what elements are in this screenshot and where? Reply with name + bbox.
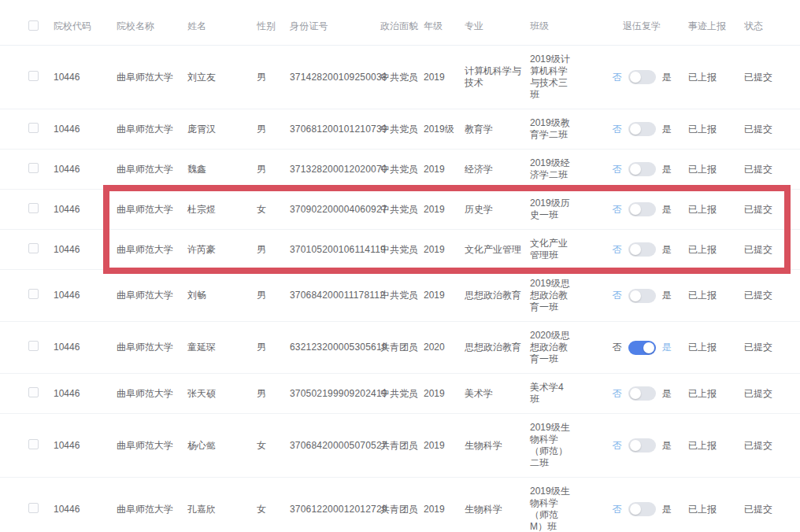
return-school-toggle[interactable] [628, 289, 656, 303]
row-checkbox[interactable] [28, 243, 39, 253]
cell-gender: 男 [257, 388, 266, 399]
table-row: 10446 曲阜师范大学 杜宗煜 女 370902200004060927 中共… [0, 190, 800, 230]
cell-code: 10446 [54, 124, 80, 135]
cell-major: 生物科学 [465, 504, 502, 515]
cell-status: 已提交 [744, 388, 772, 399]
return-school-toggle-group: 否 是 [613, 202, 672, 216]
cell-class: 2019级计算机科学与技术三班 [530, 54, 572, 101]
row-checkbox[interactable] [28, 203, 39, 213]
cell-deeds: 已上报 [688, 342, 717, 353]
row-checkbox[interactable] [28, 71, 39, 81]
cell-id-number: 370684200011178112 [290, 290, 385, 301]
cell-name: 刘立友 [187, 72, 216, 83]
cell-political: 共青团员 [380, 342, 418, 353]
row-checkbox[interactable] [28, 341, 39, 351]
cell-id-number: 370681200101210739 [290, 124, 387, 135]
cell-status: 已提交 [744, 72, 772, 83]
cell-deeds: 已上报 [688, 124, 717, 135]
return-school-toggle[interactable] [628, 162, 656, 176]
cell-political: 中共党员 [380, 290, 418, 301]
cell-political: 中共党员 [380, 164, 418, 175]
return-school-toggle[interactable] [628, 438, 656, 453]
table-row: 10446 曲阜师范大学 许芮豪 男 370105200106114119 中共… [0, 230, 800, 270]
return-school-toggle[interactable] [628, 122, 656, 136]
return-school-toggle-group: 否 是 [613, 162, 672, 176]
col-header-status: 状态 [740, 8, 800, 46]
cell-code: 10446 [54, 342, 80, 353]
toggle-no-label: 否 [613, 440, 622, 452]
toggle-yes-label: 是 [662, 124, 672, 135]
toggle-yes-label: 是 [662, 204, 672, 216]
toggle-knob-icon [630, 440, 641, 451]
cell-id-number: 371428200109250038 [290, 72, 387, 83]
row-checkbox[interactable] [28, 387, 39, 397]
table-row: 10446 曲阜师范大学 刘畅 男 370684200011178112 中共党… [0, 270, 800, 322]
return-school-toggle[interactable] [628, 202, 656, 216]
cell-name: 张天硕 [187, 388, 216, 399]
return-school-toggle[interactable] [628, 502, 656, 516]
return-school-toggle-group: 否 是 [613, 122, 672, 136]
cell-code: 10446 [54, 204, 80, 215]
table-row: 10446 曲阜师范大学 孔嘉欣 女 370612200012012729 共青… [0, 478, 800, 532]
col-header-deeds: 事迹上报 [681, 8, 740, 46]
toggle-yes-label: 是 [662, 164, 672, 175]
cell-name: 孔嘉欣 [187, 504, 216, 515]
return-school-toggle[interactable] [628, 386, 656, 401]
table-row: 10446 曲阜师范大学 刘立友 男 371428200109250038 中共… [0, 46, 800, 109]
cell-name: 童延琛 [187, 342, 216, 353]
return-school-toggle[interactable] [628, 70, 656, 84]
cell-political: 共青团员 [380, 504, 418, 515]
cell-name: 杨心懿 [187, 440, 216, 451]
student-table: 院校代码 院校名称 姓名 性别 身份证号 政治面貌 年级 专业 班级 退伍复学 … [0, 8, 800, 532]
cell-gender: 男 [257, 164, 266, 175]
cell-grade: 2019 [424, 164, 445, 175]
cell-school: 曲阜师范大学 [117, 244, 173, 255]
cell-id-number: 371328200012020070 [290, 164, 387, 175]
toggle-no-label: 否 [613, 388, 622, 400]
cell-status: 已提交 [744, 342, 772, 353]
col-header-name: 姓名 [181, 8, 248, 46]
cell-deeds: 已上报 [688, 440, 717, 451]
cell-grade: 2019 [424, 440, 445, 451]
cell-class: 2019级生物科学（师范M）班 [530, 486, 572, 532]
toggle-yes-label: 是 [662, 72, 672, 83]
col-header-gender: 性别 [248, 8, 280, 46]
row-checkbox[interactable] [28, 289, 39, 299]
toggle-knob-icon [643, 342, 654, 353]
cell-major: 生物科学 [465, 440, 502, 452]
col-header-school: 院校名称 [106, 8, 181, 46]
cell-name: 杜宗煜 [187, 204, 216, 215]
cell-political: 中共党员 [380, 72, 418, 83]
cell-major: 历史学 [465, 204, 493, 216]
row-checkbox[interactable] [28, 503, 39, 513]
row-checkbox[interactable] [28, 123, 39, 133]
cell-school: 曲阜师范大学 [117, 204, 173, 215]
cell-name: 许芮豪 [187, 244, 216, 255]
cell-class: 2019级思想政治教育一班 [530, 278, 572, 313]
cell-grade: 2019 [424, 244, 445, 255]
return-school-toggle-group: 否 是 [613, 438, 672, 453]
cell-school: 曲阜师范大学 [117, 72, 173, 83]
toggle-no-label: 否 [613, 204, 622, 216]
return-school-toggle[interactable] [628, 242, 656, 257]
cell-political: 中共党员 [380, 244, 418, 255]
cell-gender: 男 [257, 124, 266, 135]
student-report-table-page: 院校代码 院校名称 姓名 性别 身份证号 政治面貌 年级 专业 班级 退伍复学 … [0, 0, 800, 532]
cell-grade: 2019 [424, 290, 445, 301]
select-all-checkbox[interactable] [28, 20, 39, 31]
toggle-no-label: 否 [613, 72, 622, 83]
toggle-knob-icon [630, 388, 641, 399]
cell-major: 思想政治教育 [465, 290, 521, 301]
cell-code: 10446 [54, 72, 80, 83]
row-checkbox[interactable] [28, 439, 39, 449]
toggle-knob-icon [630, 124, 641, 135]
cell-political: 中共党员 [380, 204, 418, 215]
return-school-toggle[interactable] [628, 341, 656, 355]
table-row: 10446 曲阜师范大学 魏鑫 男 371328200012020070 中共党… [0, 150, 800, 190]
col-header-major: 专业 [458, 8, 526, 46]
row-checkbox[interactable] [28, 163, 39, 173]
col-header-grade: 年级 [421, 8, 458, 46]
cell-class: 文化产业管理班 [530, 238, 572, 261]
cell-school: 曲阜师范大学 [117, 440, 173, 451]
cell-status: 已提交 [744, 124, 772, 135]
